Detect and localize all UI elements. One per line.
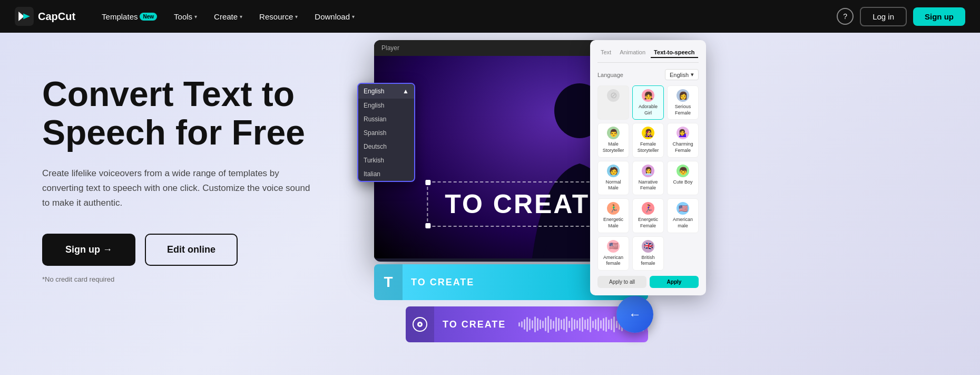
audio-track-icon bbox=[406, 306, 434, 342]
voice-narrative-female[interactable]: 👩‍💼 Narrative Female bbox=[632, 161, 664, 195]
audio-track-label: TO CREATE bbox=[434, 319, 514, 330]
nav-links: Templates New Tools ▾ Create ▾ Resource … bbox=[94, 8, 837, 25]
track-t-icon: T bbox=[374, 264, 403, 300]
tab-text[interactable]: Text bbox=[597, 47, 614, 58]
voice-narrative-label: Narrative Female bbox=[639, 179, 658, 191]
voice-energetic-male-label: Energetic Male bbox=[603, 217, 623, 228]
dropdown-header[interactable]: English ▲ bbox=[358, 84, 414, 99]
voice-grid: ⊘ 👧 Adorable Girl 👩 Serious Female 👨 Mal… bbox=[597, 85, 699, 271]
voice-energetic-male-icon: 🏃‍♂️ bbox=[607, 202, 620, 215]
signup-button[interactable]: Sign up → bbox=[42, 234, 135, 266]
voice-disabled: ⊘ bbox=[597, 85, 629, 120]
no-credit-card-text: *No credit card required bbox=[42, 275, 316, 283]
voice-adorable-icon: 👧 bbox=[642, 89, 654, 102]
voice-male-story-icon: 👨 bbox=[607, 127, 620, 139]
nav-download[interactable]: Download ▾ bbox=[307, 8, 362, 25]
hero-content: Convert Text to Speech for Free Create l… bbox=[0, 33, 348, 315]
voice-british-female-icon: 🇬🇧 bbox=[642, 240, 654, 253]
tts-language-label: Language bbox=[597, 72, 623, 78]
voice-cute-boy-label: Cute Boy bbox=[673, 179, 692, 185]
voice-american-male-icon: 🇺🇸 bbox=[677, 202, 689, 215]
nav-badge-new: New bbox=[140, 13, 157, 21]
nav-templates[interactable]: Templates New bbox=[94, 8, 164, 25]
voice-adorable-girl[interactable]: 👧 Adorable Girl bbox=[632, 85, 664, 120]
tts-tabs: Text Animation Text-to-speech bbox=[597, 47, 699, 63]
voice-disabled-icon: ⊘ bbox=[607, 89, 620, 102]
lang-option-russian[interactable]: Russian bbox=[358, 112, 414, 126]
language-dropdown[interactable]: English ▲ English Russian Spanish Deutsc… bbox=[357, 83, 415, 182]
hero-buttons: Sign up → Edit online bbox=[42, 234, 316, 266]
edit-online-button[interactable]: Edit online bbox=[145, 234, 238, 266]
voice-american-male[interactable]: 🇺🇸 American male bbox=[667, 198, 699, 233]
help-button[interactable]: ? bbox=[837, 8, 854, 25]
voice-cute-boy[interactable]: 👦 Cute Boy bbox=[667, 161, 699, 195]
tts-lang-chevron-icon: ▾ bbox=[691, 71, 694, 78]
lang-option-turkish[interactable]: Turkish bbox=[358, 153, 414, 167]
voice-narrative-icon: 👩‍💼 bbox=[642, 165, 654, 177]
audio-track: TO CREATE bbox=[406, 306, 648, 342]
login-button[interactable]: Log in bbox=[860, 7, 907, 26]
help-icon: ? bbox=[843, 12, 847, 21]
hero-visual: Player TO CREATE bbox=[348, 33, 980, 375]
resource-chevron-icon: ▾ bbox=[295, 14, 298, 20]
nav-resource[interactable]: Resource ▾ bbox=[252, 8, 305, 25]
to-create-overlay-text: TO CREATE bbox=[445, 189, 609, 219]
back-arrow-icon: ← bbox=[629, 307, 641, 322]
tab-animation[interactable]: Animation bbox=[616, 47, 649, 58]
tools-chevron-icon: ▾ bbox=[194, 14, 197, 20]
voice-british-female-label: British female bbox=[641, 255, 655, 266]
voice-normal-male-icon: 🧑 bbox=[607, 165, 620, 177]
navbar: CapCut Templates New Tools ▾ Create ▾ Re… bbox=[0, 0, 980, 33]
lang-option-spanish[interactable]: Spanish bbox=[358, 126, 414, 140]
logo[interactable]: CapCut bbox=[15, 7, 75, 26]
apply-to-all-button[interactable]: Apply to all bbox=[597, 276, 646, 288]
voice-american-female[interactable]: 🇺🇸 American female bbox=[597, 236, 629, 271]
voice-energetic-male[interactable]: 🏃‍♂️ Energetic Male bbox=[597, 198, 629, 233]
apply-button[interactable]: Apply bbox=[650, 276, 699, 288]
selected-language: English bbox=[364, 88, 384, 95]
tab-tts[interactable]: Text-to-speech bbox=[651, 47, 698, 58]
hero-description: Create lifelike voiceovers from a wide r… bbox=[42, 166, 316, 210]
back-button[interactable]: ← bbox=[616, 296, 653, 333]
voice-energetic-female[interactable]: 🏃‍♀️ Energetic Female bbox=[632, 198, 664, 233]
voice-female-storyteller[interactable]: 👩‍🎤 Female Storyteller bbox=[632, 123, 664, 157]
voice-serious-female[interactable]: 👩 Serious Female bbox=[667, 85, 699, 120]
voice-charming-female[interactable]: 💁‍♀️ Charming Female bbox=[667, 123, 699, 157]
tts-language-select[interactable]: English ▾ bbox=[665, 69, 699, 80]
voice-female-story-label: Female Storyteller bbox=[638, 141, 659, 153]
tts-language-value: English bbox=[670, 72, 689, 78]
voice-serious-icon: 👩 bbox=[677, 89, 689, 102]
handle-tl bbox=[425, 180, 430, 185]
handle-bl bbox=[425, 223, 430, 228]
voice-adorable-label: Adorable Girl bbox=[639, 104, 658, 116]
dropdown-chevron-icon: ▲ bbox=[403, 88, 409, 95]
voice-american-male-label: American male bbox=[673, 217, 693, 228]
signup-nav-button[interactable]: Sign up bbox=[913, 7, 965, 26]
voice-british-female[interactable]: 🇬🇧 British female bbox=[632, 236, 664, 271]
svg-point-4 bbox=[419, 323, 421, 325]
create-chevron-icon: ▾ bbox=[240, 14, 242, 20]
hero-title: Convert Text to Speech for Free bbox=[42, 75, 316, 151]
lang-option-english[interactable]: English bbox=[358, 99, 414, 112]
player-label: Player bbox=[381, 44, 399, 52]
voice-energetic-female-icon: 🏃‍♀️ bbox=[642, 202, 654, 215]
nav-create[interactable]: Create ▾ bbox=[207, 8, 250, 25]
nav-tools[interactable]: Tools ▾ bbox=[166, 8, 204, 25]
voice-male-story-label: Male Storyteller bbox=[603, 141, 624, 153]
download-chevron-icon: ▾ bbox=[352, 14, 355, 20]
tts-language-row: Language English ▾ bbox=[597, 69, 699, 80]
voice-energetic-female-label: Energetic Female bbox=[638, 217, 658, 228]
text-track-label: TO CREATE bbox=[403, 277, 483, 288]
voice-american-female-icon: 🇺🇸 bbox=[607, 240, 620, 253]
voice-american-female-label: American female bbox=[603, 255, 623, 266]
lang-option-italian[interactable]: Italian bbox=[358, 167, 414, 181]
tts-panel: Text Animation Text-to-speech Language E… bbox=[590, 40, 706, 295]
lang-option-deutsch[interactable]: Deutsch bbox=[358, 140, 414, 153]
voice-male-storyteller[interactable]: 👨 Male Storyteller bbox=[597, 123, 629, 157]
hero-section: Convert Text to Speech for Free Create l… bbox=[0, 33, 980, 375]
voice-normal-male-label: Normal Male bbox=[605, 179, 621, 191]
nav-right: ? Log in Sign up bbox=[837, 7, 965, 26]
voice-normal-male[interactable]: 🧑 Normal Male bbox=[597, 161, 629, 195]
voice-serious-label: Serious Female bbox=[675, 104, 691, 116]
voice-female-story-icon: 👩‍🎤 bbox=[642, 127, 654, 139]
